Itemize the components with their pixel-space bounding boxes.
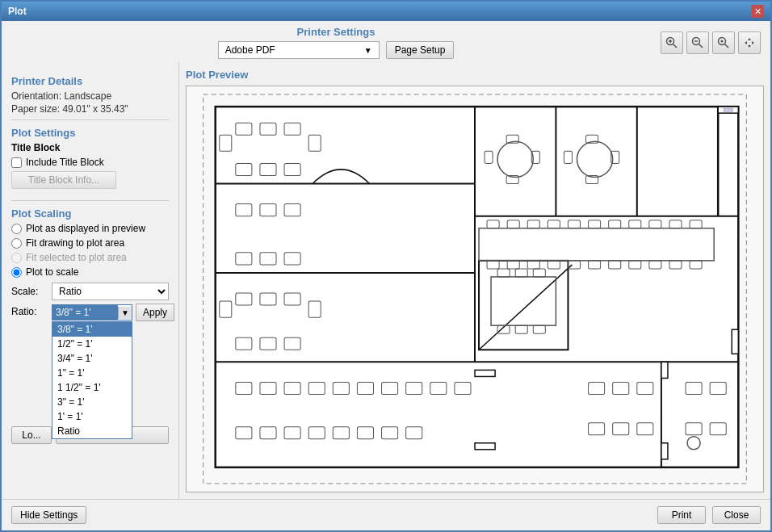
ratio-dropdown-list: 3/8" = 1' 1/2" = 1' 3/4" = 1' 1" = 1' 1 … (52, 321, 132, 439)
plot-window: Plot ✕ Printer Settings Adobe PDF ▼ Page… (0, 0, 772, 532)
body-section: Printer Details Orientation: Landscape P… (2, 62, 770, 499)
plot-scaling-section: Plot Scaling Plot as displayed in previe… (11, 207, 169, 444)
divider-2 (11, 200, 169, 201)
page-setup-button[interactable]: Page Setup (386, 41, 455, 59)
printer-details-title: Printer Details (11, 75, 169, 87)
svg-line-5 (699, 44, 703, 48)
ratio-dropdown-arrow[interactable]: ▼ (118, 307, 132, 319)
plot-settings-section: Plot Settings Title Block Include Title … (11, 127, 169, 195)
floor-plan-svg (187, 86, 763, 492)
svg-point-9 (721, 40, 724, 42)
hide-settings-button[interactable]: Hide Settings (11, 506, 86, 524)
orientation-row: Orientation: Landscape (11, 90, 169, 102)
orientation-label: Orientation: (11, 90, 64, 102)
plot-as-displayed-radio[interactable] (11, 224, 22, 234)
dropdown-item-0[interactable]: 3/8" = 1' (52, 322, 132, 337)
zoom-in-icon[interactable] (661, 31, 683, 54)
footer: Hide Settings Print Close (2, 499, 770, 530)
scale-row: Scale: Ratio (11, 283, 169, 300)
plot-as-displayed-label[interactable]: Plot as displayed in preview (26, 223, 145, 234)
include-title-block-checkbox[interactable] (11, 157, 22, 168)
svg-rect-125 (661, 443, 668, 459)
window-title: Plot (8, 6, 27, 17)
lock-button[interactable]: Lo... (11, 426, 52, 444)
close-button[interactable]: Close (712, 506, 761, 524)
dropdown-item-7[interactable]: Ratio (52, 424, 132, 438)
pan-icon[interactable] (738, 31, 761, 54)
printer-dropdown[interactable]: Adobe PDF ▼ (218, 41, 380, 59)
left-panel: Printer Details Orientation: Landscape P… (2, 62, 179, 499)
scale-select[interactable]: Ratio (52, 283, 169, 300)
plot-to-scale-label[interactable]: Plot to scale (26, 266, 78, 278)
ratio-input-value: 3/8" = 1' (52, 305, 118, 320)
apply-button[interactable]: Apply (136, 304, 174, 321)
printer-settings-label: Printer Settings (297, 26, 376, 38)
ratio-label-text: Ratio: (11, 306, 48, 317)
scale-label-text: Scale: (11, 286, 48, 297)
svg-marker-10 (748, 38, 751, 40)
dropdown-item-4[interactable]: 1 1/2" = 1' (52, 380, 132, 395)
paper-size-label: Paper size: (11, 103, 62, 115)
dropdown-item-6[interactable]: 1' = 1' (52, 409, 132, 424)
title-block-info-button[interactable]: Title Block Info... (11, 171, 116, 189)
svg-line-8 (725, 44, 729, 48)
top-controls: Printer Settings Adobe PDF ▼ Page Setup (2, 21, 770, 62)
preview-area (186, 86, 764, 492)
svg-rect-121 (724, 108, 732, 111)
include-title-block-label[interactable]: Include Title Block (26, 157, 104, 168)
svg-rect-123 (475, 443, 495, 450)
printer-dropdown-value: Adobe PDF (225, 44, 275, 56)
fit-selected-label[interactable]: Fit selected to plot area (26, 252, 127, 263)
svg-rect-16 (216, 107, 739, 467)
svg-rect-124 (661, 362, 668, 378)
toolbar-icons (661, 31, 761, 54)
close-window-button[interactable]: ✕ (751, 5, 764, 18)
ratio-row: Ratio: 3/8" = 1' ▼ Apply 3/8" = 1' (11, 304, 169, 321)
plot-preview-label: Plot Preview (186, 69, 764, 81)
fit-drawing-label[interactable]: Fit drawing to plot area (26, 237, 124, 249)
svg-rect-28 (479, 261, 568, 350)
orientation-value: Landscape (64, 90, 111, 102)
zoom-out-icon[interactable] (686, 31, 709, 54)
fit-drawing-radio[interactable] (11, 238, 22, 249)
divider-1 (11, 119, 169, 120)
print-button[interactable]: Print (657, 506, 706, 524)
plot-as-displayed-row: Plot as displayed in preview (11, 223, 169, 234)
dropdown-item-5[interactable]: 3" = 1' (52, 395, 132, 409)
title-block-subtitle: Title Block (11, 142, 169, 153)
printer-details-section: Printer Details Orientation: Landscape P… (11, 75, 169, 115)
svg-marker-13 (752, 41, 754, 44)
printer-dropdown-arrow: ▼ (364, 46, 372, 55)
svg-line-1 (673, 44, 678, 48)
plot-to-scale-radio[interactable] (11, 267, 22, 278)
plot-to-scale-row: Plot to scale (11, 266, 169, 278)
dropdown-item-2[interactable]: 3/4" = 1' (52, 351, 132, 366)
dropdown-item-1[interactable]: 1/2" = 1' (52, 337, 132, 351)
paper-size-value: 49.01" x 35.43" (62, 103, 128, 115)
fit-drawing-row: Fit drawing to plot area (11, 237, 169, 249)
svg-rect-122 (475, 370, 495, 376)
right-panel: Plot Preview (179, 62, 770, 499)
paper-size-row: Paper size: 49.01" x 35.43" (11, 103, 169, 115)
svg-marker-11 (748, 45, 751, 48)
svg-marker-12 (745, 41, 747, 44)
fit-selected-radio[interactable] (11, 253, 22, 263)
svg-rect-127 (732, 329, 738, 354)
plot-settings-title: Plot Settings (11, 127, 169, 139)
zoom-fit-icon[interactable] (712, 31, 735, 54)
title-bar: Plot ✕ (2, 2, 770, 21)
include-title-block-row: Include Title Block (11, 157, 169, 168)
fit-selected-row: Fit selected to plot area (11, 252, 169, 263)
printer-section: Printer Settings Adobe PDF ▼ Page Setup (11, 26, 661, 59)
dropdown-item-3[interactable]: 1" = 1' (52, 366, 132, 380)
plot-scaling-title: Plot Scaling (11, 207, 169, 220)
